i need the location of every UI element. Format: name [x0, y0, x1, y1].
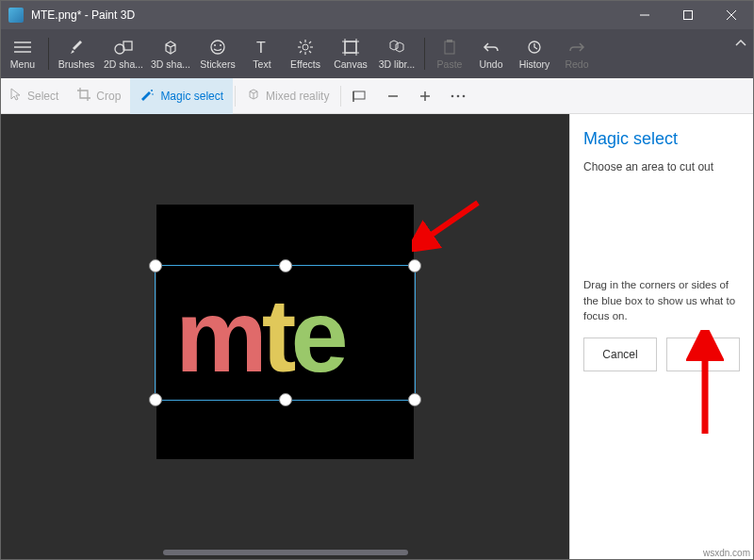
handle-nw[interactable]: [149, 259, 162, 272]
collapse-ribbon-button[interactable]: [734, 37, 747, 52]
shapes3d-icon: [162, 38, 179, 57]
svg-rect-28: [447, 40, 452, 42]
panel-title: Magic select: [583, 129, 740, 149]
mixed-reality-tool[interactable]: Mixed reality: [238, 78, 338, 114]
effects-label: Effects: [290, 58, 320, 70]
svg-line-20: [309, 41, 311, 43]
crop-tool[interactable]: Crop: [68, 78, 130, 114]
brush-icon: [69, 38, 84, 57]
separator: [340, 86, 341, 107]
zoom-in-button[interactable]: [409, 78, 441, 114]
history-button[interactable]: History: [512, 29, 557, 78]
paste-button[interactable]: Paste: [429, 29, 470, 78]
library3d-icon: [387, 38, 406, 57]
svg-point-39: [463, 94, 466, 97]
paste-label: Paste: [437, 58, 463, 70]
maximize-button[interactable]: [666, 1, 710, 29]
hamburger-icon: [14, 38, 31, 57]
svg-line-18: [300, 41, 302, 43]
magic-label: Magic select: [160, 90, 223, 103]
svg-line-40: [423, 203, 478, 240]
canvas-tool[interactable]: Canvas: [328, 29, 373, 78]
handle-sw[interactable]: [149, 393, 162, 406]
panel-hint: Drag in the corners or sides of the blue…: [583, 277, 740, 324]
shapes2d-icon: [114, 38, 133, 57]
app-window: MTE.png* - Paint 3D Menu Brushes 2D sha.…: [0, 0, 754, 560]
effects-icon: [297, 38, 314, 57]
content-area: mte Magic select Choose an area: [1, 114, 753, 559]
3d-library-tool[interactable]: 3D libr...: [373, 29, 420, 78]
stickers-label: Stickers: [200, 58, 235, 70]
text-icon: T: [254, 38, 270, 57]
svg-point-30: [151, 90, 153, 91]
text-tool[interactable]: T Text: [241, 29, 283, 78]
text-label: Text: [253, 58, 270, 70]
selection-box[interactable]: [155, 265, 416, 401]
svg-line-19: [309, 51, 311, 53]
window-title: MTE.png* - Paint 3D: [31, 8, 623, 22]
pointer-icon: [10, 88, 22, 104]
svg-rect-1: [684, 11, 693, 20]
cube-icon: [247, 88, 260, 104]
paste-icon: [443, 38, 456, 57]
artboard[interactable]: mte: [156, 205, 414, 459]
close-button[interactable]: [710, 1, 753, 29]
redo-button[interactable]: Redo: [557, 29, 597, 78]
magic-icon: [139, 88, 155, 104]
horizontal-scrollbar[interactable]: [163, 550, 408, 555]
effects-tool[interactable]: Effects: [283, 29, 328, 78]
handle-se[interactable]: [408, 393, 421, 406]
2d-label: 2D sha...: [104, 58, 143, 70]
svg-rect-27: [445, 41, 454, 54]
mixedreality-label: Mixed reality: [266, 90, 329, 103]
undo-label: Undo: [479, 58, 502, 70]
watermark: wsxdn.com: [703, 548, 750, 558]
handle-s[interactable]: [279, 393, 292, 406]
next-button[interactable]: Next: [666, 338, 740, 371]
undo-button[interactable]: Undo: [470, 29, 512, 78]
redo-label: Redo: [565, 58, 588, 70]
annotation-arrow-icon: [412, 195, 487, 252]
svg-line-21: [300, 51, 302, 53]
history-label: History: [519, 58, 550, 70]
cancel-button[interactable]: Cancel: [583, 338, 657, 371]
app-icon: [8, 8, 24, 23]
separator: [48, 38, 49, 70]
separator: [235, 86, 236, 107]
3d-shapes-tool[interactable]: 3D sha...: [147, 29, 194, 78]
side-panel: Magic select Choose an area to cut out D…: [569, 114, 753, 559]
svg-point-31: [153, 93, 155, 95]
svg-point-13: [303, 44, 308, 50]
canvas-icon: [342, 38, 359, 57]
handle-ne[interactable]: [408, 259, 421, 272]
svg-rect-22: [345, 41, 356, 53]
svg-point-38: [457, 94, 460, 97]
select-label: Select: [27, 90, 58, 103]
flag-tool[interactable]: [343, 78, 377, 114]
separator: [424, 38, 425, 70]
crop-label: Crop: [96, 90, 121, 103]
select-tool[interactable]: Select: [1, 78, 68, 114]
stickers-tool[interactable]: Stickers: [194, 29, 241, 78]
canvas-viewport[interactable]: mte: [1, 114, 569, 559]
2d-shapes-tool[interactable]: 2D sha...: [100, 29, 147, 78]
undo-icon: [483, 38, 500, 57]
ribbon: Menu Brushes 2D sha... 3D sha... Sticker…: [1, 29, 753, 78]
more-button[interactable]: [441, 78, 475, 114]
zoom-out-button[interactable]: [377, 78, 409, 114]
brushes-tool[interactable]: Brushes: [53, 29, 100, 78]
menu-button[interactable]: Menu: [1, 29, 44, 78]
svg-text:T: T: [256, 40, 266, 55]
svg-point-9: [211, 41, 224, 54]
canvas-label: Canvas: [334, 58, 368, 70]
redo-icon: [568, 38, 585, 57]
minimize-button[interactable]: [623, 1, 666, 29]
toolbar: Select Crop Magic select Mixed reality: [1, 78, 753, 114]
brushes-label: Brushes: [58, 58, 95, 70]
handle-n[interactable]: [279, 259, 292, 272]
titlebar: MTE.png* - Paint 3D: [1, 1, 753, 29]
history-icon: [527, 38, 542, 57]
magic-select-tool[interactable]: Magic select: [130, 78, 233, 114]
svg-point-11: [220, 44, 221, 46]
3dlib-label: 3D libr...: [379, 58, 416, 70]
